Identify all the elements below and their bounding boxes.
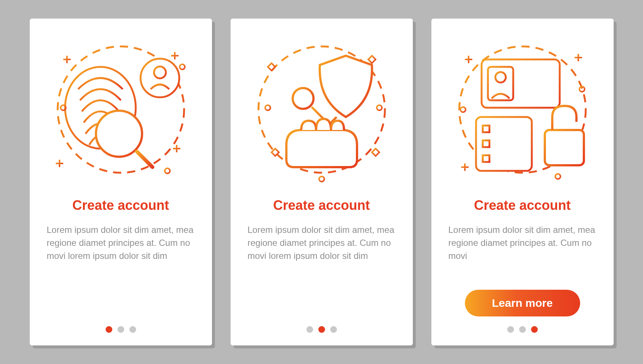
svg-point-17: [377, 105, 382, 110]
svg-point-42: [460, 107, 466, 112]
identity-illustration: [45, 33, 197, 186]
svg-point-43: [555, 174, 560, 179]
hand-icon: [286, 119, 357, 167]
svg-line-3: [137, 152, 152, 167]
dot-3[interactable]: [330, 326, 337, 333]
dot-1[interactable]: [507, 326, 514, 333]
svg-rect-37: [545, 130, 584, 165]
profile-illustration: [446, 33, 599, 186]
onboarding-card-1: Create account Lorem ipsum dolor sit dim…: [30, 19, 212, 345]
card-title: Create account: [474, 198, 570, 213]
unlock-icon: [545, 106, 584, 165]
svg-point-12: [293, 88, 314, 109]
shield-icon: [319, 56, 372, 117]
security-illustration: [245, 33, 398, 186]
page-indicator: [507, 326, 538, 333]
dot-1[interactable]: [306, 326, 313, 333]
page-indicator: [106, 326, 136, 333]
svg-point-8: [165, 168, 170, 173]
magnifier-icon: [96, 111, 152, 167]
onboarding-card-3: Create account Lorem ipsum dolor sit dim…: [431, 19, 614, 345]
user-avatar-icon: [141, 59, 179, 97]
svg-point-18: [319, 176, 324, 182]
svg-point-2: [96, 111, 142, 157]
id-card-icon: [482, 59, 560, 108]
learn-more-button[interactable]: Learn more: [465, 290, 580, 316]
card-body: Lorem ipsum dolor sit dim amet, mea regi…: [45, 224, 197, 262]
dot-3[interactable]: [531, 326, 538, 333]
svg-point-16: [265, 105, 270, 110]
page-indicator: [306, 326, 337, 333]
dot-2[interactable]: [519, 326, 526, 333]
card-title: Create account: [72, 198, 169, 213]
card-body: Lorem ipsum dolor sit dim amet, mea regi…: [245, 224, 398, 262]
dot-1[interactable]: [106, 326, 112, 333]
svg-point-6: [180, 64, 185, 69]
onboarding-card-2: Create account Lorem ipsum dolor sit dim…: [231, 19, 413, 345]
card-body: Lorem ipsum dolor sit dim amet, mea regi…: [446, 224, 599, 262]
card-title: Create account: [273, 198, 370, 213]
checklist-icon: [476, 117, 532, 171]
dot-3[interactable]: [129, 326, 136, 333]
dot-2[interactable]: [118, 326, 124, 333]
dot-2[interactable]: [318, 326, 325, 333]
